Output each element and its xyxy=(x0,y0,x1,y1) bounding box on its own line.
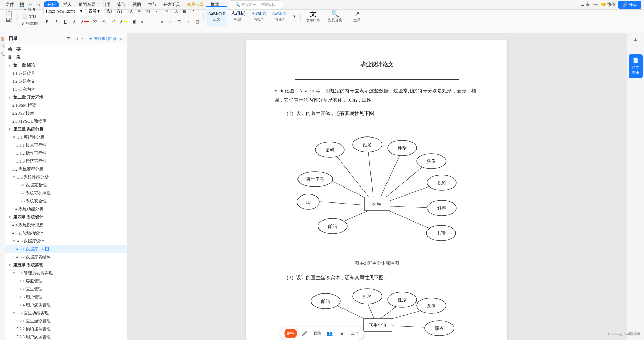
toc-item-3-2[interactable]: 3.2 系统流程分析 xyxy=(5,165,127,173)
toc-item-4-3-1[interactable]: 4.3.1 数据库E-R图 xyxy=(5,245,127,253)
italic-btn[interactable]: I xyxy=(52,17,60,26)
toc-item-ch1[interactable]: ▼ 第一章 绪论 xyxy=(5,61,127,69)
toc-item-3-1-2[interactable]: 3.1.2 操作可行性 xyxy=(5,149,127,157)
toc-item-3-3-1[interactable]: 3.3.1 数据完整性 xyxy=(5,181,127,189)
line-spacing-btn[interactable]: ↕ xyxy=(185,17,192,26)
sidebar-icon-bookmark[interactable]: 📑 xyxy=(0,44,5,49)
toc-icon2[interactable]: ⊞ xyxy=(73,35,79,42)
toc-close-btn[interactable]: ✕ xyxy=(119,36,123,42)
align-left-btn[interactable]: ⇤ xyxy=(139,17,147,26)
toc-item-3-3-2[interactable]: 3.3.2 系统可扩展性 xyxy=(5,189,127,197)
toc-item-5-1-2[interactable]: 5.1.2 医生管理 xyxy=(5,285,127,293)
paper-check-btn[interactable]: 📄 论文查重 xyxy=(629,54,643,78)
share-button[interactable]: 🔗 分享 xyxy=(618,1,641,9)
align-distribute-btn2[interactable]: ⊟ xyxy=(176,17,183,26)
collab-btn[interactable]: 🤝 协作 xyxy=(601,2,616,8)
sidebar-icon-home[interactable]: 🏠 xyxy=(0,36,5,41)
copy-btn[interactable]: 📄 复制 xyxy=(20,13,39,19)
toc-item-5-2-1[interactable]: 5.2.1 医生坐诊管理 xyxy=(5,317,127,325)
toc-item-toc[interactable]: 目 录 xyxy=(5,53,127,61)
font-size-selector[interactable]: 四号 ▼ xyxy=(87,7,104,15)
font-family-selector[interactable]: Times New Roma ▼ xyxy=(43,7,85,15)
align-center-btn[interactable]: ≡ xyxy=(148,17,156,26)
align-right-btn[interactable]: ⇥ xyxy=(157,17,165,26)
style-h2-btn[interactable]: AaBbC 标题2 xyxy=(249,6,268,26)
font-color-btn[interactable]: A xyxy=(80,17,90,26)
scroll-top-btn[interactable]: ▲ xyxy=(630,36,641,43)
document-page: 毕业设计论文 Visio亿图，Navicat 等，用规定的符号去表示这些数据。这… xyxy=(246,40,507,340)
underline-btn[interactable]: U xyxy=(62,17,69,26)
toc-item-3-1[interactable]: ▼ 3.1 可行性分析 xyxy=(5,133,127,141)
indent-decrease-btn[interactable]: ⇤ xyxy=(154,7,161,16)
toc-item-5-1-3[interactable]: 5.1.3 用户管理 xyxy=(5,293,127,301)
toc-item-4-3[interactable]: ▼ 4.3 数据库设计 xyxy=(5,237,127,245)
toc-item-1-3[interactable]: 1.3 研究内容 xyxy=(5,85,127,93)
toc-item-1-2[interactable]: 1.2 选题意义 xyxy=(5,77,127,85)
style-more-btn[interactable]: ▼ xyxy=(291,6,298,26)
bottom-keyboard-btn[interactable]: ⌨ xyxy=(312,329,322,338)
bottom-star-btn[interactable]: ★ xyxy=(337,329,347,338)
highlight-btn[interactable]: 🖊 xyxy=(109,17,117,26)
format-brush-btn[interactable]: 🖌 格式刷 xyxy=(20,20,39,26)
toc-item-5-1[interactable]: ▼ 5.1 管理员功能实现 xyxy=(5,269,127,277)
bg-color-btn[interactable]: A xyxy=(119,17,129,26)
text-sort-icon: 文 xyxy=(310,10,316,18)
superscript-btn[interactable]: X² xyxy=(91,17,99,26)
indent-increase-btn[interactable]: ⇥ xyxy=(163,7,170,16)
toc-item-3-1-1[interactable]: 3.1.1 技术可行性 xyxy=(5,141,127,149)
paste-btn[interactable]: 📋 粘贴 xyxy=(3,7,15,26)
style-normal-btn[interactable]: AaBbCcI 正文 xyxy=(206,6,227,26)
find-replace-btn[interactable]: 🔍 查找替换 xyxy=(325,6,345,26)
list-number-btn[interactable]: ≡1 xyxy=(145,7,152,16)
style-h1-btn[interactable]: AaBb( 标题1 xyxy=(229,6,248,26)
sort-btn[interactable]: ↕A xyxy=(172,7,179,16)
toc-item-1-1[interactable]: 1.1 选题背景 xyxy=(5,69,127,77)
toc-item-ch4[interactable]: ▼ 第四章 系统设计 xyxy=(5,213,127,221)
select-btn[interactable]: ↗ 选择 xyxy=(347,6,367,26)
sidebar-icon-search[interactable]: 🔍 xyxy=(0,51,5,56)
bold-btn[interactable]: B xyxy=(43,17,51,26)
toc-item-4-2[interactable]: 4.2 功能结构设计 xyxy=(5,229,127,237)
text-sort-btn[interactable]: 文 文字排版 xyxy=(303,6,324,26)
align-distribute-btn[interactable]: ⊞ xyxy=(181,7,188,16)
bottom-people-btn[interactable]: 👥 xyxy=(325,329,335,338)
strikethrough-btn[interactable]: A xyxy=(71,17,78,26)
shading-btn[interactable]: ▤ xyxy=(194,17,201,26)
toc-item-3-1-3[interactable]: 3.1.3 经济可行性 xyxy=(5,157,127,165)
toc-item-ch3[interactable]: ▼ 第三章 系统分析 xyxy=(5,125,127,133)
toc-item-3-3-3[interactable]: 3.3.3 系统安全性 xyxy=(5,197,127,205)
border-btn[interactable]: ▣ xyxy=(130,17,138,26)
toc-icon3[interactable]: ⋯ xyxy=(81,35,87,42)
align-justify-btn[interactable]: ⚌ xyxy=(166,17,174,26)
style-h3-btn[interactable]: AaBbCc 标题3 xyxy=(270,6,290,26)
subscript-btn[interactable]: X₂ xyxy=(100,17,108,26)
toc-item-2-2[interactable]: 2.2 JSP 技术 xyxy=(5,109,127,117)
list-bullet-btn[interactable]: ≡• xyxy=(136,7,143,16)
toc-item-5-2[interactable]: ▼ 5.2 医生功能实现 xyxy=(5,309,127,317)
toc-item-5-1-4[interactable]: 5.1.4 用户病例管理 xyxy=(5,301,127,309)
page-title-text: 毕业设计论文 xyxy=(360,61,393,67)
font-decrease-btn[interactable]: A↓ xyxy=(115,7,124,16)
bottom-mic-btn[interactable]: 🎤 xyxy=(300,329,310,338)
doc-area[interactable]: 毕业设计论文 Visio亿图，Navicat 等，用规定的符号去表示这些数据。这… xyxy=(127,33,627,340)
toc-item-2-3[interactable]: 2.3 MYSQL 数据库 xyxy=(5,117,127,125)
toc-item-ch5[interactable]: ▼ 第五章 系统实现 xyxy=(5,261,127,269)
toc-item-2-1[interactable]: 2.1 SSM 框架 xyxy=(5,101,127,109)
toc-item-5-1-1[interactable]: 5.1.1 客服管理 xyxy=(5,277,127,285)
toc-item-4-1[interactable]: 4.1 系统设计思想 xyxy=(5,221,127,229)
bottom-sougou-btn[interactable]: S 中• xyxy=(284,329,297,338)
cut-btn[interactable]: ✂ 剪切 xyxy=(20,6,39,13)
toc-item-abstract[interactable]: 摘 要 xyxy=(5,45,127,53)
toc-item-ch2[interactable]: ▼ 第二章 开发环境 xyxy=(5,93,127,101)
toc-item-5-2-3[interactable]: 5.2.3 用户病例管理 xyxy=(5,333,127,340)
paragraph-mark-btn[interactable]: ¶ xyxy=(190,7,197,16)
toc-item-3-4[interactable]: 3.4 系统功能分析 xyxy=(5,205,127,213)
font-increase-btn[interactable]: A↑ xyxy=(105,7,114,16)
toc-icon1[interactable]: ☰ xyxy=(65,35,72,42)
clear-format-btn[interactable]: ✕A xyxy=(125,7,134,16)
toc-item-3-3[interactable]: ▼ 3.3 系统性能分析 xyxy=(5,173,127,181)
3-3-expand-icon: ▼ xyxy=(12,175,16,179)
toc-ai-btn[interactable]: ✦ 智能识别目录 xyxy=(89,36,117,41)
toc-item-5-2-2[interactable]: 5.2.2 预约挂号管理 xyxy=(5,325,127,333)
toc-item-4-3-2[interactable]: 4.3.2 数据库表结构 xyxy=(5,253,127,261)
